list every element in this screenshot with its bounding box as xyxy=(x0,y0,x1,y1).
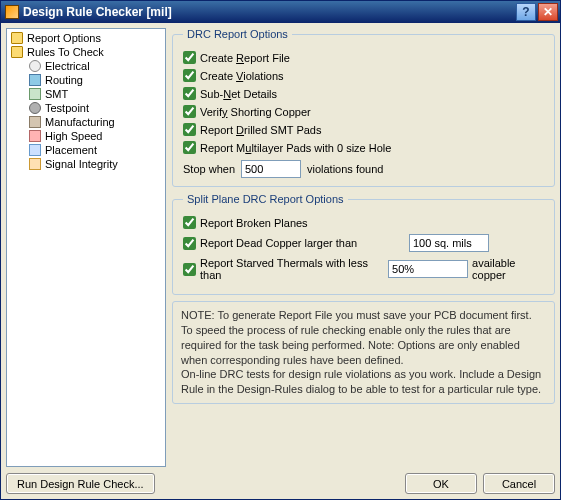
stop-when-suffix: violations found xyxy=(307,163,383,175)
tree-item[interactable]: Testpoint xyxy=(9,101,163,115)
tree-item[interactable]: Routing xyxy=(9,73,163,87)
verify-shorting-checkbox[interactable] xyxy=(183,105,196,118)
right-panel: DRC Report Options Create Report File Cr… xyxy=(172,28,555,467)
drc-report-options-group: DRC Report Options Create Report File Cr… xyxy=(172,28,555,187)
create-violations-checkbox[interactable] xyxy=(183,69,196,82)
tree-item[interactable]: Manufacturing xyxy=(9,115,163,129)
split-plane-group: Split Plane DRC Report Options Report Br… xyxy=(172,193,555,295)
tree-item[interactable]: Report Options xyxy=(9,31,163,45)
split-plane-legend: Split Plane DRC Report Options xyxy=(183,193,348,205)
tree-item[interactable]: SMT xyxy=(9,87,163,101)
hs-icon xyxy=(29,130,41,142)
verify-shorting-label: Verify Shorting Copper xyxy=(200,106,311,118)
note-line-1: NOTE: To generate Report File you must s… xyxy=(181,308,546,323)
window-title: Design Rule Checker [mil] xyxy=(23,5,514,19)
si-icon xyxy=(29,158,41,170)
drc-legend: DRC Report Options xyxy=(183,28,292,40)
create-report-checkbox[interactable] xyxy=(183,51,196,64)
starved-thermals-value-input[interactable] xyxy=(388,260,468,278)
report-broken-planes-label: Report Broken Planes xyxy=(200,217,308,229)
tree-item-label: SMT xyxy=(45,88,68,100)
folder-icon xyxy=(11,46,23,58)
tree-item[interactable]: Electrical xyxy=(9,59,163,73)
ok-button[interactable]: OK xyxy=(405,473,477,494)
tree-item[interactable]: Placement xyxy=(9,143,163,157)
tree-item[interactable]: Rules To Check xyxy=(9,45,163,59)
tree-item-label: High Speed xyxy=(45,130,103,142)
tree-item-label: Signal Integrity xyxy=(45,158,118,170)
cancel-button[interactable]: Cancel xyxy=(483,473,555,494)
help-button[interactable]: ? xyxy=(516,3,536,21)
create-violations-label: Create Violations xyxy=(200,70,284,82)
button-bar: Run Design Rule Check... OK Cancel xyxy=(6,473,555,494)
folder-icon xyxy=(11,32,23,44)
report-dead-copper-label: Report Dead Copper larger than xyxy=(200,237,405,249)
tree-item-label: Testpoint xyxy=(45,102,89,114)
starved-thermals-suffix: available copper xyxy=(472,257,544,281)
place-icon xyxy=(29,144,41,156)
tree-item-label: Manufacturing xyxy=(45,116,115,128)
subnet-details-label: Sub-Net Details xyxy=(200,88,277,100)
run-drc-button[interactable]: Run Design Rule Check... xyxy=(6,473,155,494)
tree-item[interactable]: High Speed xyxy=(9,129,163,143)
stop-when-label: Stop when xyxy=(183,163,235,175)
tree-item-label: Electrical xyxy=(45,60,90,72)
report-drilled-smt-checkbox[interactable] xyxy=(183,123,196,136)
tree-item-label: Rules To Check xyxy=(27,46,104,58)
subnet-details-checkbox[interactable] xyxy=(183,87,196,100)
note-line-3: On-line DRC tests for design rule violat… xyxy=(181,367,546,397)
stop-when-input[interactable] xyxy=(241,160,301,178)
close-button[interactable]: ✕ xyxy=(538,3,558,21)
report-starved-thermals-label: Report Starved Thermals with less than xyxy=(200,257,384,281)
dead-copper-value-input[interactable] xyxy=(409,234,489,252)
tree-panel[interactable]: Report OptionsRules To CheckElectricalRo… xyxy=(6,28,166,467)
tp-icon xyxy=(29,102,41,114)
report-multilayer-label: Report Multilayer Pads with 0 size Hole xyxy=(200,142,391,154)
smt-icon xyxy=(29,88,41,100)
title-bar: Design Rule Checker [mil] ? ✕ xyxy=(1,1,560,23)
report-drilled-smt-label: Report Drilled SMT Pads xyxy=(200,124,321,136)
report-starved-thermals-checkbox[interactable] xyxy=(183,263,196,276)
note-box: NOTE: To generate Report File you must s… xyxy=(172,301,555,404)
create-report-label: Create Report File xyxy=(200,52,290,64)
tree-item[interactable]: Signal Integrity xyxy=(9,157,163,171)
report-broken-planes-checkbox[interactable] xyxy=(183,216,196,229)
tree-item-label: Routing xyxy=(45,74,83,86)
tree-item-label: Placement xyxy=(45,144,97,156)
report-multilayer-checkbox[interactable] xyxy=(183,141,196,154)
tree-item-label: Report Options xyxy=(27,32,101,44)
report-dead-copper-checkbox[interactable] xyxy=(183,237,196,250)
mfg-icon xyxy=(29,116,41,128)
route-icon xyxy=(29,74,41,86)
app-icon xyxy=(5,5,19,19)
elec-icon xyxy=(29,60,41,72)
note-line-2: To speed the process of rule checking en… xyxy=(181,323,546,368)
